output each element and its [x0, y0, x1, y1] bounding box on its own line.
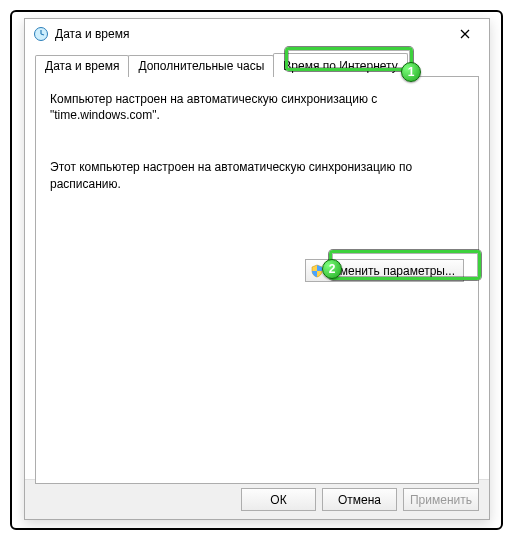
- step-badge-2: 2: [322, 259, 342, 279]
- titlebar: Дата и время: [25, 19, 489, 49]
- cancel-button[interactable]: Отмена: [322, 488, 397, 511]
- close-icon: [460, 29, 470, 39]
- ok-button[interactable]: ОК: [241, 488, 316, 511]
- tab-internet-time[interactable]: Время по Интернету: [273, 53, 407, 77]
- sync-schedule-text: Этот компьютер настроен на автоматическу…: [50, 159, 464, 191]
- tab-date-time[interactable]: Дата и время: [35, 55, 129, 77]
- tab-panel-internet-time: Компьютер настроен на автоматическую син…: [35, 76, 479, 484]
- screenshot-frame: Дата и время Дата и время Дополнительные…: [10, 10, 503, 530]
- apply-button: Применить: [403, 488, 479, 511]
- dialog-footer: ОК Отмена Применить: [25, 479, 489, 519]
- clock-icon: [33, 26, 49, 42]
- close-button[interactable]: [445, 20, 485, 48]
- tab-additional-clocks[interactable]: Дополнительные часы: [128, 55, 274, 77]
- date-time-dialog: Дата и время Дата и время Дополнительные…: [24, 18, 490, 520]
- window-title: Дата и время: [55, 27, 445, 41]
- change-settings-label: Изменить параметры...: [326, 264, 455, 278]
- sync-server-text: Компьютер настроен на автоматическую син…: [50, 91, 464, 123]
- dialog-body: Дата и время Дополнительные часы Время п…: [25, 49, 489, 479]
- step-badge-1: 1: [401, 62, 421, 82]
